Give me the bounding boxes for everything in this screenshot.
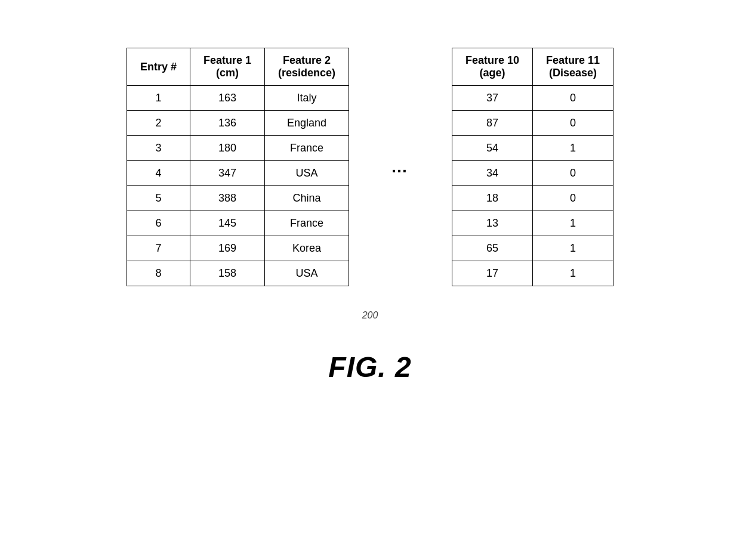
cell-f11: 0 xyxy=(533,161,613,186)
table-row: 1163Italy xyxy=(127,86,349,111)
cell-f10: 13 xyxy=(452,211,533,236)
cell-f2: USA xyxy=(264,161,349,186)
cell-f1: 347 xyxy=(190,161,264,186)
tables-row: Entry # Feature 1(cm) Feature 2(residenc… xyxy=(127,48,613,286)
table-row: 2136England xyxy=(127,111,349,136)
cell-f2: USA xyxy=(264,261,349,286)
cell-f2: Korea xyxy=(264,236,349,261)
cell-entry: 2 xyxy=(127,111,190,136)
cell-entry: 6 xyxy=(127,211,190,236)
cell-entry: 3 xyxy=(127,136,190,161)
cell-f2: France xyxy=(264,211,349,236)
col-header-f10: Feature 10(age) xyxy=(452,48,533,86)
col-header-f1: Feature 1(cm) xyxy=(190,48,264,86)
cell-f10: 65 xyxy=(452,236,533,261)
cell-f11: 1 xyxy=(533,211,613,236)
table-row: 3180France xyxy=(127,136,349,161)
cell-f10: 34 xyxy=(452,161,533,186)
table-1: Entry # Feature 1(cm) Feature 2(residenc… xyxy=(127,48,349,286)
main-content: Entry # Feature 1(cm) Feature 2(residenc… xyxy=(0,48,740,383)
cell-f10: 17 xyxy=(452,261,533,286)
table-row: 340 xyxy=(452,161,613,186)
cell-f1: 388 xyxy=(190,186,264,211)
cell-f1: 158 xyxy=(190,261,264,286)
figure-number-label: 200 xyxy=(362,310,378,321)
table-2: Feature 10(age) Feature 11(Disease) 3708… xyxy=(452,48,613,286)
cell-f1: 145 xyxy=(190,211,264,236)
cell-f11: 0 xyxy=(533,186,613,211)
cell-f2: Italy xyxy=(264,86,349,111)
cell-f10: 87 xyxy=(452,111,533,136)
cell-f1: 136 xyxy=(190,111,264,136)
cell-entry: 4 xyxy=(127,161,190,186)
fig-title: FIG. 2 xyxy=(328,351,411,383)
col-header-entry: Entry # xyxy=(127,48,190,86)
col-header-f2: Feature 2(residence) xyxy=(264,48,349,86)
col-header-f11: Feature 11(Disease) xyxy=(533,48,613,86)
cell-f10: 37 xyxy=(452,86,533,111)
table-row: 131 xyxy=(452,211,613,236)
table-row: 541 xyxy=(452,136,613,161)
table-row: 651 xyxy=(452,236,613,261)
table-row: 370 xyxy=(452,86,613,111)
cell-f11: 0 xyxy=(533,111,613,136)
cell-entry: 5 xyxy=(127,186,190,211)
cell-f11: 0 xyxy=(533,86,613,111)
cell-f2: England xyxy=(264,111,349,136)
table-row: 870 xyxy=(452,111,613,136)
cell-f1: 163 xyxy=(190,86,264,111)
table-row: 8158USA xyxy=(127,261,349,286)
cell-entry: 8 xyxy=(127,261,190,286)
cell-f11: 1 xyxy=(533,261,613,286)
table-row: 6145France xyxy=(127,211,349,236)
table-row: 180 xyxy=(452,186,613,211)
cell-f11: 1 xyxy=(533,136,613,161)
cell-f10: 54 xyxy=(452,136,533,161)
cell-f1: 180 xyxy=(190,136,264,161)
ellipsis: … xyxy=(391,157,410,177)
cell-f2: China xyxy=(264,186,349,211)
cell-f11: 1 xyxy=(533,236,613,261)
table-row: 171 xyxy=(452,261,613,286)
table-row: 5388China xyxy=(127,186,349,211)
cell-entry: 7 xyxy=(127,236,190,261)
table-row: 7169Korea xyxy=(127,236,349,261)
table-row: 4347USA xyxy=(127,161,349,186)
cell-f2: France xyxy=(264,136,349,161)
cell-f1: 169 xyxy=(190,236,264,261)
cell-f10: 18 xyxy=(452,186,533,211)
cell-entry: 1 xyxy=(127,86,190,111)
